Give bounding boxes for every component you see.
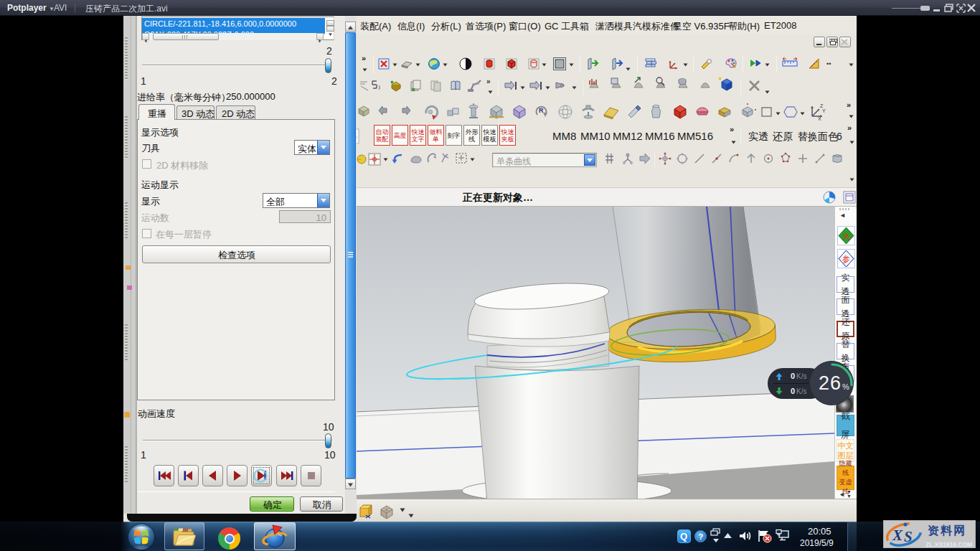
svg-text:X: X <box>892 527 903 544</box>
svg-text:R: R <box>539 107 544 114</box>
svg-text:S: S <box>904 528 913 545</box>
svg-text:Z: Z <box>820 103 824 108</box>
svg-text:参: 参 <box>842 255 850 263</box>
svg-text:Y: Y <box>822 108 826 113</box>
svg-text:X: X <box>818 116 821 121</box>
svg-text:夹: 夹 <box>842 232 850 240</box>
